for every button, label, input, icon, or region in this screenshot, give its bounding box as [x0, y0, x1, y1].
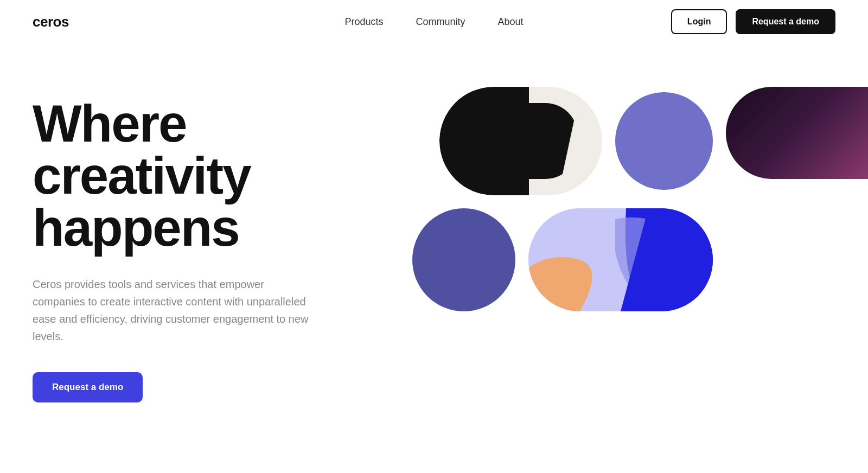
nav-community[interactable]: Community — [416, 16, 465, 28]
shape-row-1 — [412, 87, 713, 195]
request-demo-nav-button[interactable]: Request a demo — [736, 9, 835, 34]
hero-title: Where creativity happens — [33, 98, 369, 254]
nav-about[interactable]: About — [498, 16, 524, 28]
wave-svg — [528, 208, 713, 311]
shape-circle-purple — [615, 92, 713, 190]
nav-actions: Login Request a demo — [671, 9, 835, 34]
login-button[interactable]: Login — [671, 9, 727, 34]
shape-grid — [412, 76, 868, 324]
shape-row-2 — [726, 87, 868, 195]
hero-title-line2: creativity — [33, 146, 251, 204]
shape-circle-blue-dark — [412, 208, 515, 311]
request-demo-hero-button[interactable]: Request a demo — [33, 372, 143, 402]
hero-description: Ceros provides tools and services that e… — [33, 276, 315, 345]
hero-title-line3: happens — [33, 199, 239, 257]
nav-links: Products Community About — [344, 16, 523, 28]
hero-right — [412, 76, 868, 466]
hero-left: Where creativity happens Ceros provides … — [33, 76, 369, 402]
logo[interactable]: ceros — [33, 14, 69, 30]
shape-row-3 — [412, 208, 713, 311]
hero-section: Where creativity happens Ceros provides … — [0, 43, 868, 473]
shape-pill-black-white — [439, 87, 602, 195]
shape-pill-purple-gradient — [726, 87, 868, 179]
shape-pill-blue-light — [528, 208, 713, 311]
hero-title-line1: Where — [33, 94, 186, 152]
navbar: ceros Products Community About Login Req… — [0, 0, 868, 43]
nav-products[interactable]: Products — [344, 16, 383, 28]
